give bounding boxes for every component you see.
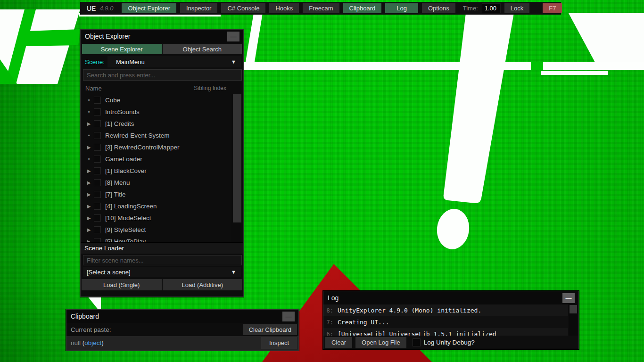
tree-row[interactable]: ▶[8] Menu <box>81 177 231 189</box>
world-green-band <box>23 29 80 46</box>
clipboard-value-row: null (object) Inspect <box>66 336 298 350</box>
tree-row[interactable]: ▶[1] BlackCover <box>81 165 231 177</box>
scene-select-dropdown[interactable]: [Select a scene] ▼ <box>83 267 241 277</box>
log-unity-debug-checkbox[interactable] <box>413 338 421 346</box>
log-title: Log <box>328 294 339 302</box>
row-checkbox[interactable] <box>94 179 101 186</box>
toolbar-button-object-explorer[interactable]: Object Explorer <box>122 3 176 13</box>
expand-arrow-icon[interactable]: ▶ <box>85 215 92 221</box>
toolbar-button-options[interactable]: Options <box>422 3 455 13</box>
row-checkbox[interactable] <box>94 191 101 198</box>
inspect-button[interactable]: Inspect <box>261 337 297 349</box>
toolbar-button-log[interactable]: Log <box>385 3 418 13</box>
tree-row-label: Rewired Event System <box>105 132 170 139</box>
row-checkbox[interactable] <box>94 238 101 242</box>
expand-arrow-icon[interactable]: ▶ <box>85 192 92 197</box>
tree-row[interactable]: ▶[9] StyleSelect <box>81 224 231 236</box>
log-entry[interactable]: 8:UnityExplorer 4.9.0 (Mono) initialized… <box>323 304 568 316</box>
world-green-notch <box>531 62 543 70</box>
log-entry[interactable]: 7:Creating UI... <box>323 316 568 328</box>
log-entry-number: 6: <box>323 331 338 336</box>
load-single-button[interactable]: Load (Single) <box>82 279 162 290</box>
tab-scene-explorer[interactable]: Scene Explorer <box>82 44 162 54</box>
object-explorer-titlebar[interactable]: Object Explorer — <box>81 30 243 43</box>
object-explorer-title: Object Explorer <box>85 33 130 40</box>
tree-row[interactable]: ▶[5] HowToPlay <box>81 236 231 242</box>
leaf-bullet-icon: • <box>85 156 92 163</box>
log-rows: 8:UnityExplorer 4.9.0 (Mono) initialized… <box>323 304 568 336</box>
row-checkbox[interactable] <box>94 120 101 127</box>
open-log-file-button[interactable]: Open Log File <box>355 337 406 348</box>
minimize-button[interactable]: — <box>282 312 295 321</box>
expand-arrow-icon[interactable]: ▶ <box>85 239 92 242</box>
row-checkbox[interactable] <box>94 226 101 233</box>
object-explorer-tabs: Scene Explorer Object Search <box>81 43 243 55</box>
scene-dropdown-value: MainMenu <box>116 58 145 66</box>
clear-clipboard-button[interactable]: Clear Clipboard <box>243 324 297 335</box>
scene-row: Scene: MainMenu ▼ <box>81 55 243 68</box>
tree-scrollbar[interactable] <box>231 94 243 242</box>
expand-arrow-icon[interactable]: ▶ <box>85 168 92 173</box>
row-checkbox[interactable] <box>94 167 101 174</box>
log-entry-text: UnityExplorer 4.9.0 (Mono) initialized. <box>338 307 481 314</box>
row-checkbox[interactable] <box>94 144 101 151</box>
row-checkbox[interactable] <box>94 214 101 222</box>
tree-column-headers: Name Sibling Index <box>81 82 243 94</box>
tree-row[interactable]: •GameLoader <box>81 153 231 165</box>
toolbar-button-hooks[interactable]: Hooks <box>269 3 299 13</box>
log-scrollbar-thumb[interactable] <box>570 305 577 313</box>
tree-row[interactable]: •Cube <box>81 94 231 106</box>
tree-row[interactable]: ▶[4] LoadingScreen <box>81 200 231 212</box>
lock-button[interactable]: Lock <box>504 3 529 13</box>
toolbar-button-inspector[interactable]: Inspector <box>180 3 217 13</box>
row-checkbox[interactable] <box>94 132 101 139</box>
hotkey-f7-button[interactable]: F7 <box>543 3 562 13</box>
world-white-hline2 <box>541 71 608 75</box>
log-scrollbar[interactable] <box>569 304 578 336</box>
tree-row[interactable]: ▶[1] Credits <box>81 118 231 130</box>
clipboard-titlebar[interactable]: Clipboard — <box>66 310 298 323</box>
tree-row-label: [3] RewiredControlMapper <box>105 144 180 151</box>
row-checkbox[interactable] <box>94 97 101 104</box>
toolbar-button-clipboard[interactable]: Clipboard <box>343 3 382 13</box>
tree-row[interactable]: •IntroSounds <box>81 106 231 118</box>
load-additive-button[interactable]: Load (Additive) <box>163 279 243 290</box>
time-input[interactable] <box>482 3 501 13</box>
tree-row-label: Cube <box>105 97 120 104</box>
search-input[interactable] <box>83 69 242 81</box>
tree-row[interactable]: ▶[7] Title <box>81 189 231 200</box>
expand-arrow-icon[interactable]: ▶ <box>85 180 92 185</box>
column-sibling-index: Sibling Index <box>194 85 226 91</box>
scene-dropdown[interactable]: MainMenu ▼ <box>107 56 241 67</box>
log-entry[interactable]: 6:[UniverseLib] UniverseLib 1.5.1 initia… <box>323 328 568 336</box>
chevron-down-icon: ▼ <box>231 59 236 65</box>
world-white-corner <box>569 13 644 62</box>
expand-arrow-icon[interactable]: ▶ <box>85 145 92 150</box>
scene-filter-input[interactable] <box>83 255 242 265</box>
leaf-bullet-icon: • <box>85 132 92 139</box>
minimize-button[interactable]: — <box>562 293 575 303</box>
expand-arrow-icon[interactable]: ▶ <box>85 204 92 209</box>
toolbar-button-csharp-console[interactable]: C# Console <box>221 3 265 13</box>
tree-row[interactable]: ▶[3] RewiredControlMapper <box>81 141 231 153</box>
log-panel: Log — 8:UnityExplorer 4.9.0 (Mono) initi… <box>323 291 579 349</box>
clear-log-button[interactable]: Clear <box>325 337 352 348</box>
tab-object-search[interactable]: Object Search <box>163 44 242 54</box>
column-name: Name <box>85 85 102 92</box>
tree-row-label: [9] StyleSelect <box>105 226 146 233</box>
toolbar-button-freecam[interactable]: Freecam <box>303 3 339 13</box>
world-white-streak <box>244 13 263 70</box>
row-checkbox[interactable] <box>94 203 101 210</box>
tree-scrollbar-thumb[interactable] <box>233 94 241 222</box>
row-checkbox[interactable] <box>94 156 101 163</box>
expand-arrow-icon[interactable]: ▶ <box>85 227 92 232</box>
expand-arrow-icon[interactable]: ▶ <box>85 121 92 126</box>
log-titlebar[interactable]: Log — <box>323 291 578 304</box>
value-type-link[interactable]: object <box>84 339 101 346</box>
tree-row-label: IntroSounds <box>105 108 140 115</box>
tree-row[interactable]: ▶[10] ModeSelect <box>81 212 231 224</box>
ue-brand: UE <box>87 5 96 12</box>
row-checkbox[interactable] <box>94 108 101 115</box>
tree-row[interactable]: •Rewired Event System <box>81 130 231 141</box>
minimize-button[interactable]: — <box>227 32 239 41</box>
